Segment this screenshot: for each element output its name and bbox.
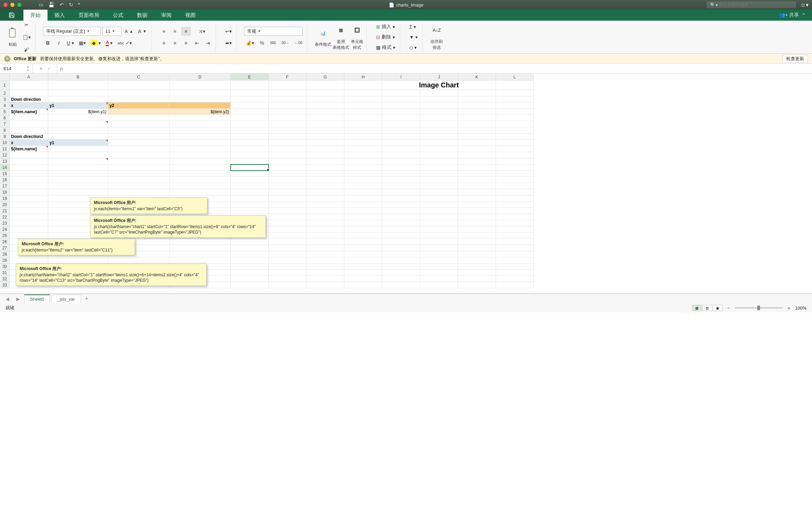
cell-E28[interactable]: [231, 251, 269, 257]
row-header-23[interactable]: 23: [0, 220, 10, 226]
cell-F32[interactable]: [269, 276, 306, 282]
cell-L14[interactable]: [496, 164, 534, 171]
cell-J26[interactable]: [420, 239, 458, 245]
cell-F23[interactable]: [269, 220, 306, 226]
cell-B4[interactable]: y1: [48, 103, 108, 109]
cell-J24[interactable]: [420, 226, 458, 233]
cell-I6[interactable]: [382, 115, 420, 121]
cell-I21[interactable]: [382, 208, 420, 214]
col-header-D[interactable]: D: [169, 74, 231, 81]
font-size-combo[interactable]: 11▼: [102, 27, 122, 36]
paste-button[interactable]: [6, 26, 19, 40]
cell-J8[interactable]: [420, 127, 458, 133]
cell-G21[interactable]: [306, 208, 344, 214]
cell-J14[interactable]: [420, 164, 458, 171]
cell-G1[interactable]: [306, 81, 344, 90]
cell-B15[interactable]: [48, 171, 108, 177]
cell-E6[interactable]: [231, 115, 269, 121]
cell-L31[interactable]: [496, 270, 534, 276]
cell-L4[interactable]: [496, 103, 534, 109]
row-header-9[interactable]: 9: [0, 133, 10, 140]
col-header-H[interactable]: H: [344, 74, 382, 81]
cell-G25[interactable]: [306, 233, 344, 239]
cell-C4[interactable]: y2: [108, 103, 169, 109]
cell-L18[interactable]: [496, 189, 534, 195]
row-header-17[interactable]: 17: [0, 183, 10, 189]
quick-redo-icon[interactable]: ↻: [69, 2, 73, 8]
tab-review[interactable]: 审阅: [154, 10, 178, 21]
row-header-20[interactable]: 20: [0, 202, 10, 208]
row-header-15[interactable]: 15: [0, 171, 10, 177]
cell-L25[interactable]: [496, 233, 534, 239]
cell-A21[interactable]: [10, 208, 48, 214]
cell-F9[interactable]: [269, 133, 306, 140]
cell-B14[interactable]: [48, 164, 108, 171]
window-minimize-button[interactable]: [10, 3, 14, 7]
cell-H2[interactable]: [344, 90, 382, 96]
cell-L10[interactable]: [496, 140, 534, 146]
cell-H32[interactable]: [344, 276, 382, 282]
cell-B10[interactable]: y1: [48, 140, 108, 146]
cell-F6[interactable]: [269, 115, 306, 121]
zoom-out-button[interactable]: −: [727, 306, 730, 311]
align-right-button[interactable]: ≡: [181, 39, 191, 47]
cell-F18[interactable]: [269, 189, 306, 195]
row-header-22[interactable]: 22: [0, 214, 10, 220]
cell-A11[interactable]: ${item.name}: [10, 146, 48, 152]
cell-K22[interactable]: [458, 214, 496, 220]
cell-H4[interactable]: [344, 103, 382, 109]
row-header-32[interactable]: 32: [0, 276, 10, 282]
row-header-8[interactable]: 8: [0, 127, 10, 133]
cell-C9[interactable]: [108, 133, 169, 140]
cell-I2[interactable]: [382, 90, 420, 96]
cell-D8[interactable]: [169, 127, 231, 133]
cell-G15[interactable]: [306, 171, 344, 177]
cell-D10[interactable]: [169, 140, 231, 146]
cell-L6[interactable]: [496, 115, 534, 121]
cell-L3[interactable]: [496, 96, 534, 103]
copy-button[interactable]: 📋▾: [21, 33, 32, 42]
cell-K23[interactable]: [458, 220, 496, 226]
border-button[interactable]: ▦▾: [77, 39, 87, 47]
cell-C29[interactable]: [108, 257, 169, 264]
comment-c3[interactable]: Microsoft Office 用户:jx:each(items="items…: [18, 239, 135, 255]
cell-K6[interactable]: [458, 115, 496, 121]
cell-E33[interactable]: [231, 282, 269, 288]
cell-A7[interactable]: [10, 121, 48, 127]
cell-C8[interactable]: [108, 127, 169, 133]
workbook-search-input[interactable]: [719, 2, 793, 7]
row-header-7[interactable]: 7: [0, 121, 10, 127]
name-box[interactable]: E14 ▲▼: [0, 64, 33, 73]
row-header-3[interactable]: 3: [0, 96, 10, 103]
view-page-layout-button[interactable]: ▥: [702, 305, 712, 311]
cell-K32[interactable]: [458, 276, 496, 282]
outdent-button[interactable]: ⇤: [192, 39, 202, 47]
cell-G9[interactable]: [306, 133, 344, 140]
cell-F28[interactable]: [269, 251, 306, 257]
number-format-combo[interactable]: 常规▼: [244, 27, 303, 36]
cell-G13[interactable]: [306, 158, 344, 164]
cell-D18[interactable]: [169, 189, 231, 195]
cell-L12[interactable]: [496, 152, 534, 158]
window-close-button[interactable]: [3, 3, 8, 7]
underline-button[interactable]: U▾: [65, 39, 76, 47]
view-normal-button[interactable]: ▦: [692, 305, 702, 311]
cell-B12[interactable]: [48, 152, 108, 158]
cell-H29[interactable]: [344, 257, 382, 264]
cell-H14[interactable]: [344, 164, 382, 171]
cell-A16[interactable]: [10, 177, 48, 183]
cell-J33[interactable]: [420, 282, 458, 288]
cell-D28[interactable]: [169, 251, 231, 257]
cell-I8[interactable]: [382, 127, 420, 133]
cell-H5[interactable]: [344, 109, 382, 115]
cell-B3[interactable]: [48, 96, 108, 103]
row-header-12[interactable]: 12: [0, 152, 10, 158]
cell-G22[interactable]: [306, 214, 344, 220]
cell-J2[interactable]: [420, 90, 458, 96]
cell-I13[interactable]: [382, 158, 420, 164]
cell-L23[interactable]: [496, 220, 534, 226]
cell-L1[interactable]: [496, 81, 534, 90]
enter-formula-icon[interactable]: ✓: [47, 66, 51, 71]
cell-J22[interactable]: [420, 214, 458, 220]
quick-save-icon[interactable]: 💾: [48, 2, 55, 8]
